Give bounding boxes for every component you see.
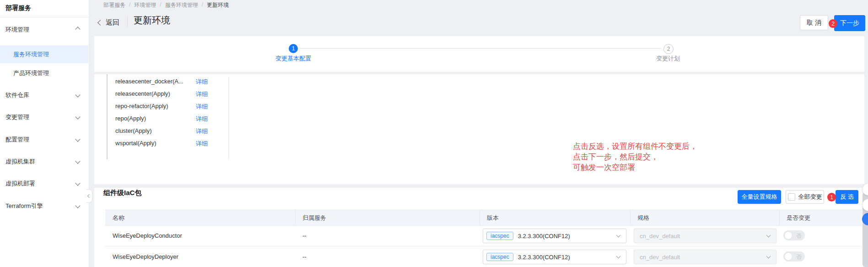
component-name: wsportal(Apply) — [115, 140, 156, 147]
sidebar: 部署服务 环境管理 服务环境管理 产品环境管理 软件仓库 变更管理 配置管理 虚… — [0, 0, 89, 267]
chevron-down-icon — [75, 203, 80, 208]
iacspec-tag: iacspec — [486, 253, 513, 261]
section-title: 组件级IaC包 — [103, 189, 141, 197]
annotation-text: 点击反选，设置所有组件不变更后， 点击下一步，然后提交， 可触发一次空部署 — [573, 141, 697, 173]
detail-link[interactable]: 详细 — [196, 90, 208, 98]
version-value: 3.2.3.300(CONF12) — [518, 254, 570, 261]
step-2-circle: 2 — [663, 44, 674, 54]
sidebar-item-label: 变更管理 — [5, 113, 29, 121]
sidebar-item-change-mgmt[interactable]: 变更管理 — [0, 113, 89, 122]
version-select[interactable]: iacspec 3.2.3.300(CONF12) — [483, 250, 626, 264]
sidebar-item-label: 虚拟机集群 — [5, 158, 35, 166]
step-1-label: 变更基本配置 — [270, 54, 316, 63]
column-separator — [295, 210, 296, 224]
sidebar-item-vm-cluster[interactable]: 虚拟机集群 — [0, 158, 89, 167]
column-header-spec: 规格 — [637, 214, 649, 222]
chevron-down-icon — [75, 92, 80, 97]
sidebar-item-config-mgmt[interactable]: 配置管理 — [0, 136, 89, 145]
detail-link[interactable]: 详细 — [196, 78, 208, 86]
chevron-down-icon — [766, 233, 771, 238]
page-title: 更新环境 — [134, 14, 170, 27]
component-name: cluster(Apply) — [115, 127, 151, 134]
change-toggle[interactable]: 否 — [783, 230, 805, 240]
sidebar-item-vm-deploy[interactable]: 虚拟机部署 — [0, 180, 89, 189]
stepper-connector — [300, 48, 661, 49]
sidebar-item-label: 配置管理 — [5, 136, 29, 144]
component-list-border — [228, 77, 229, 159]
toggle-label: 否 — [796, 253, 802, 261]
chevron-left-icon — [97, 20, 103, 26]
cancel-button[interactable]: 取 消 — [800, 15, 828, 30]
component-name: repo(Apply) — [115, 115, 146, 122]
sidebar-item-label: 软件仓库 — [5, 91, 29, 99]
sidebar-item-label: 服务环境管理 — [13, 50, 49, 59]
chevron-down-icon — [616, 233, 621, 238]
column-separator — [779, 210, 780, 224]
breadcrumb-item[interactable]: 部署服务 — [103, 1, 125, 9]
breadcrumb: 部署服务 / 环境管理 / 服务环境管理 / 更新环境 — [103, 1, 229, 9]
screen: 部署服务 环境管理 服务环境管理 产品环境管理 软件仓库 变更管理 配置管理 虚… — [0, 0, 868, 267]
toggle-knob — [784, 231, 793, 240]
version-select[interactable]: iacspec 3.2.3.300(CONF12) — [483, 229, 626, 243]
step-2-label: 变更计划 — [645, 54, 691, 63]
sidebar-item-software-repo[interactable]: 软件仓库 — [0, 91, 89, 100]
component-name: releasecenter_docker(A... — [115, 78, 183, 85]
annotation-line: 点击反选，设置所有组件不变更后， — [573, 141, 697, 152]
stepper-card: 1 2 变更基本配置 变更计划 — [94, 36, 864, 72]
column-header-change: 是否变更 — [787, 214, 810, 222]
annotation-line: 点击下一步，然后提交， — [573, 152, 697, 162]
version-value: 3.2.3.300(CONF12) — [518, 233, 570, 240]
sidebar-item-label: 环境管理 — [5, 26, 29, 34]
sidebar-item-product-env-mgmt[interactable]: 产品环境管理 — [0, 69, 89, 78]
all-change-button[interactable]: 全部变更 — [786, 190, 824, 204]
chevron-up-icon — [75, 27, 80, 32]
column-header-service: 归属服务 — [302, 214, 326, 222]
annotation-line: 可触发一次空部署 — [573, 162, 697, 173]
basic-config-card — [94, 74, 864, 184]
detail-link[interactable]: 详细 — [196, 140, 208, 148]
column-separator — [480, 210, 480, 224]
spec-select: cn_dev_default — [634, 229, 776, 243]
step-1-circle: 1 — [289, 44, 298, 53]
detail-link[interactable]: 详细 — [196, 127, 208, 136]
sidebar-divider — [0, 17, 89, 17]
toggle-knob — [784, 252, 793, 261]
chevron-down-icon — [75, 158, 80, 163]
sidebar-item-terraform-engine[interactable]: Terraform引擎 — [0, 202, 89, 211]
chevron-left-icon — [87, 194, 91, 198]
sidebar-item-env-mgmt[interactable]: 环境管理 — [0, 26, 89, 35]
breadcrumb-item[interactable]: 环境管理 — [134, 1, 156, 9]
header-divider — [127, 16, 128, 27]
breadcrumb-item[interactable]: 服务环境管理 — [165, 1, 198, 9]
change-toggle[interactable]: 否 — [783, 251, 805, 262]
app-title: 部署服务 — [5, 4, 31, 12]
all-change-label: 全部变更 — [798, 193, 822, 201]
set-all-spec-button[interactable]: 全量设置规格 — [738, 190, 781, 204]
back-button[interactable]: 返回 — [98, 18, 119, 27]
sidebar-item-service-env-mgmt[interactable]: 服务环境管理 — [0, 45, 88, 63]
column-header-name: 名称 — [113, 214, 124, 222]
row-separator — [105, 246, 862, 246]
breadcrumb-separator: / — [129, 1, 130, 9]
component-list-scrollbar[interactable] — [107, 74, 108, 159]
sidebar-item-label: 产品环境管理 — [13, 69, 49, 77]
cell-service: -- — [302, 253, 307, 260]
iacspec-tag: iacspec — [486, 232, 513, 240]
cell-name: WiseEyeDeployDeployer — [113, 253, 178, 260]
sidebar-item-label: 虚拟机部署 — [5, 180, 35, 188]
sidebar-item-label: Terraform引擎 — [5, 202, 43, 210]
breadcrumb-current: 更新环境 — [207, 1, 229, 9]
component-name: repo-refactor(Apply) — [115, 103, 168, 109]
spec-value: cn_dev_default — [640, 233, 680, 240]
next-step-button[interactable]: 下一步 — [834, 15, 865, 31]
table-header — [105, 210, 862, 226]
invert-selection-button[interactable]: 反 选 — [836, 190, 858, 204]
breadcrumb-separator: / — [202, 1, 203, 9]
detail-link[interactable]: 详细 — [196, 115, 208, 123]
detail-link[interactable]: 详细 — [196, 103, 208, 111]
chevron-down-icon — [616, 254, 621, 259]
column-header-version: 版本 — [487, 214, 499, 222]
sidebar-collapse-handle[interactable] — [86, 189, 92, 203]
cell-service: -- — [302, 232, 307, 239]
all-change-checkbox[interactable] — [788, 193, 795, 201]
